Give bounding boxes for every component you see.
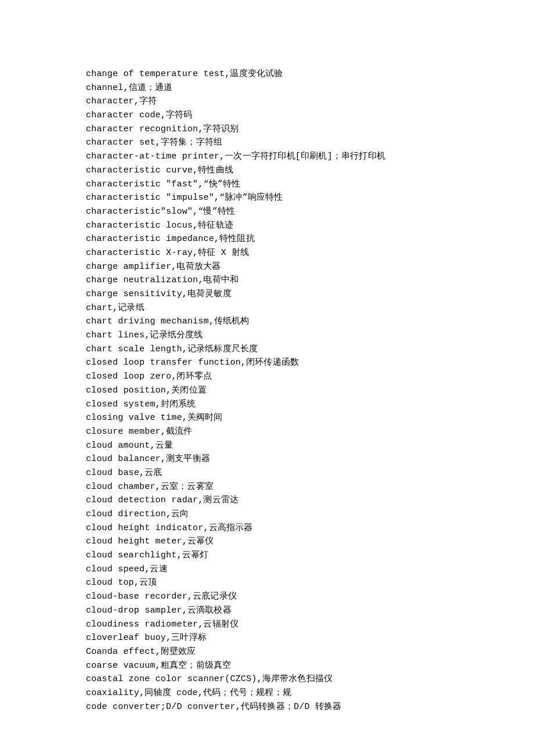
glossary-entry: characteristic curve,特性曲线 [86,164,534,178]
glossary-entry: character,字符 [86,95,534,109]
glossary-entry: code converter;D/D converter,代码转换器；D/D 转… [86,700,534,714]
glossary-entry: cloud detection radar,测云雷达 [86,494,534,507]
glossary-entry: Coanda effect,附壁效应 [86,645,534,659]
glossary-entry: chart,记录纸 [86,301,534,315]
glossary-entry: character-at-time printer,一次一字符打印机[印刷机]；… [86,150,534,164]
glossary-entry: channel,信道；通道 [86,81,534,95]
glossary-entry: cloud-drop sampler,云滴取校器 [86,604,534,618]
glossary-entry: chart driving mechanism,传纸机构 [86,315,534,329]
glossary-entry: closing valve time,关阀时间 [86,411,534,425]
glossary-entry: characteristic "fast",“快”特性 [86,178,534,192]
glossary-entry: cloverleaf buoy,三叶浮标 [86,631,534,645]
glossary-entry: characteristic X-ray,特征 X 射线 [86,246,534,260]
glossary-entry: cloud base,云底 [86,466,534,480]
glossary-entry: characteristic locus,特征轨迹 [86,219,534,233]
document-page: change of temperature test,温度变化试验channel… [0,0,534,714]
glossary-entry: characteristic"slow",“慢”特性 [86,205,534,219]
glossary-entry: cloud balancer,测支平衡器 [86,452,534,466]
glossary-entry: cloud direction,云向 [86,507,534,521]
glossary-entry: closed loop transfer function,闭环传递函数 [86,356,534,370]
glossary-entry: closed loop zero,闭环零点 [86,370,534,384]
glossary-entry: characteristic impedance,特性阻抗 [86,232,534,246]
glossary-entry: charge neutralization,电荷中和 [86,273,534,287]
glossary-entry: cloud-base recorder,云底记录仪 [86,590,534,604]
glossary-entry: cloud height meter,云幂仪 [86,535,534,549]
glossary-entry: cloud amount,云量 [86,439,534,453]
glossary-entry: cloud searchlight,云幂灯 [86,549,534,563]
glossary-entry: coaxiality,同轴度 code,代码；代号；规程；规 [86,686,534,700]
glossary-entry: charge amplifier,电荷放大器 [86,260,534,274]
glossary-entry: cloud height indicator,云高指示器 [86,521,534,535]
glossary-entry: coarse vacuum,粗真空；前级真空 [86,659,534,673]
glossary-entry: change of temperature test,温度变化试验 [86,67,534,81]
glossary-entry: closed system,封闭系统 [86,398,534,412]
glossary-entry: cloud speed,云速 [86,563,534,577]
glossary-entry: chart scale length,记录纸标度尺长度 [86,343,534,357]
glossary-entry: closed position,关闭位置 [86,384,534,398]
glossary-entry: cloud chamber,云室；云雾室 [86,480,534,494]
glossary-entry: chart lines,记录纸分度线 [86,329,534,343]
glossary-entry: cloudiness radiometer,云辐射仪 [86,618,534,632]
glossary-entry: cloud top,云顶 [86,576,534,590]
glossary-entry: character set,字符集；字符组 [86,136,534,150]
glossary-entry: closure member,截流件 [86,425,534,439]
glossary-entry: character code,字符码 [86,109,534,123]
glossary-entry: charge sensitivity,电荷灵敏度 [86,287,534,301]
glossary-entry: coastal zone color scanner(CZCS),海岸带水色扫描… [86,672,534,686]
glossary-entry: character recognition,字符识别 [86,123,534,136]
glossary-entry: characteristic "impulse",“脉冲”响应特性 [86,191,534,205]
